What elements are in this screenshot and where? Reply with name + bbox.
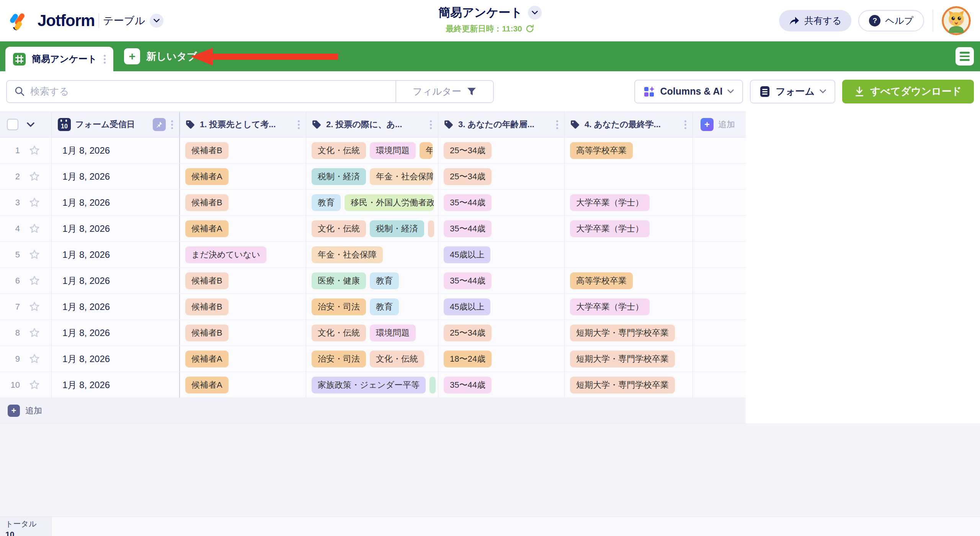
- cell-topics[interactable]: 文化・伝統環境問題: [306, 320, 438, 346]
- cell-submission-date[interactable]: 1月 8, 2026: [52, 216, 180, 241]
- cell-age[interactable]: 25〜34歳: [438, 164, 565, 189]
- cell-submission-date[interactable]: 1月 8, 2026: [52, 372, 180, 398]
- cell-education[interactable]: 大学卒業（学士）: [565, 294, 693, 320]
- column-header-submission-date[interactable]: 10 フォーム受信日: [52, 112, 180, 137]
- cell-age[interactable]: 25〜34歳: [438, 320, 565, 346]
- product-switcher[interactable]: テーブル: [103, 14, 163, 28]
- column-header-q3[interactable]: 3. あなたの年齢層...: [438, 112, 565, 137]
- cell-candidate[interactable]: 候補者A: [180, 164, 306, 189]
- tab-active-sheet[interactable]: 簡易アンケート: [5, 47, 113, 71]
- cell-empty[interactable]: [693, 216, 746, 241]
- column-header-q2[interactable]: 2. 投票の際に、あ...: [306, 112, 438, 137]
- cell-age[interactable]: 35〜44歳: [438, 372, 565, 398]
- add-column-button[interactable]: + 追加: [693, 112, 746, 137]
- cell-topics[interactable]: 治安・司法文化・伝統: [306, 346, 438, 372]
- column-kebab[interactable]: [555, 119, 559, 131]
- cell-submission-date[interactable]: 1月 8, 2026: [52, 320, 180, 346]
- cell-candidate[interactable]: 候補者B: [180, 190, 306, 215]
- cell-age[interactable]: 45歳以上: [438, 294, 565, 320]
- cell-empty[interactable]: [693, 242, 746, 267]
- filter-button[interactable]: フィルター: [395, 81, 493, 102]
- cell-submission-date[interactable]: 1月 8, 2026: [52, 242, 180, 267]
- cell-candidate[interactable]: 候補者B: [180, 294, 306, 320]
- cell-empty[interactable]: [693, 294, 746, 320]
- star-icon[interactable]: [28, 379, 41, 391]
- header-chevron-down-icon[interactable]: [27, 122, 34, 127]
- star-icon[interactable]: [28, 170, 41, 183]
- cell-candidate[interactable]: 候補者B: [180, 320, 306, 346]
- column-kebab[interactable]: [297, 119, 301, 131]
- cell-topics[interactable]: 家族政策・ジェンダー平等: [306, 372, 438, 398]
- cell-education[interactable]: 短期大学・専門学校卒業: [565, 346, 693, 372]
- cell-age[interactable]: 35〜44歳: [438, 190, 565, 215]
- cell-age[interactable]: 18〜24歳: [438, 346, 565, 372]
- jotform-logo-icon[interactable]: [9, 10, 30, 31]
- cell-education[interactable]: 大学卒業（学士）: [565, 190, 693, 215]
- star-icon[interactable]: [28, 197, 41, 209]
- cell-education[interactable]: 短期大学・専門学校卒業: [565, 320, 693, 346]
- cell-age[interactable]: 45歳以上: [438, 242, 565, 267]
- cell-candidate[interactable]: 候補者B: [180, 138, 306, 163]
- cell-education[interactable]: 短期大学・専門学校卒業: [565, 372, 693, 398]
- tab-options-kebab[interactable]: [103, 53, 106, 65]
- cell-education[interactable]: [565, 242, 693, 267]
- cell-submission-date[interactable]: 1月 8, 2026: [52, 138, 180, 163]
- new-tab-button[interactable]: + 新しいタブ: [124, 48, 197, 64]
- cell-submission-date[interactable]: 1月 8, 2026: [52, 190, 180, 215]
- cell-empty[interactable]: [693, 320, 746, 346]
- refresh-icon[interactable]: [525, 24, 534, 33]
- cell-empty[interactable]: [693, 346, 746, 372]
- cell-candidate[interactable]: 候補者A: [180, 372, 306, 398]
- search-input[interactable]: [30, 86, 388, 97]
- chevron-down-icon[interactable]: [150, 14, 163, 28]
- forms-button[interactable]: フォーム: [750, 80, 835, 103]
- star-icon[interactable]: [28, 275, 41, 287]
- cell-submission-date[interactable]: 1月 8, 2026: [52, 164, 180, 189]
- column-header-q1[interactable]: 1. 投票先として考...: [180, 112, 306, 137]
- cell-topics[interactable]: 税制・経済年金・社会保障: [306, 164, 438, 189]
- add-row-button[interactable]: + 追加: [0, 398, 746, 423]
- cell-topics[interactable]: 教育移民・外国人労働者政策: [306, 190, 438, 215]
- columns-ai-button[interactable]: Columns & AI: [634, 80, 743, 103]
- column-kebab[interactable]: [684, 119, 687, 131]
- cell-submission-date[interactable]: 1月 8, 2026: [52, 346, 180, 372]
- star-icon[interactable]: [28, 301, 41, 313]
- cell-topics[interactable]: 文化・伝統税制・経済: [306, 216, 438, 241]
- column-kebab[interactable]: [429, 119, 433, 131]
- cell-topics[interactable]: 医療・健康教育: [306, 268, 438, 293]
- avatar[interactable]: [942, 6, 971, 35]
- pin-icon[interactable]: [153, 118, 166, 131]
- cell-topics[interactable]: 文化・伝統環境問題年金・社会保障: [306, 138, 438, 163]
- cell-education[interactable]: 大学卒業（学士）: [565, 216, 693, 241]
- cell-candidate[interactable]: まだ決めていない: [180, 242, 306, 267]
- cell-education[interactable]: 高等学校卒業: [565, 138, 693, 163]
- cell-age[interactable]: 35〜44歳: [438, 268, 565, 293]
- cell-empty[interactable]: [693, 164, 746, 189]
- cell-age[interactable]: 25〜34歳: [438, 138, 565, 163]
- star-icon[interactable]: [28, 353, 41, 365]
- star-icon[interactable]: [28, 144, 41, 157]
- cell-candidate[interactable]: 候補者A: [180, 346, 306, 372]
- select-all-checkbox[interactable]: [7, 119, 18, 130]
- cell-submission-date[interactable]: 1月 8, 2026: [52, 268, 180, 293]
- cell-candidate[interactable]: 候補者A: [180, 216, 306, 241]
- star-icon[interactable]: [28, 327, 41, 339]
- cell-age[interactable]: 35〜44歳: [438, 216, 565, 241]
- star-icon[interactable]: [28, 223, 41, 235]
- cell-candidate[interactable]: 候補者B: [180, 268, 306, 293]
- title-chevron-down-icon[interactable]: [528, 6, 542, 20]
- share-button[interactable]: 共有する: [779, 10, 851, 31]
- cell-submission-date[interactable]: 1月 8, 2026: [52, 294, 180, 320]
- cell-empty[interactable]: [693, 138, 746, 163]
- cell-empty[interactable]: [693, 372, 746, 398]
- star-icon[interactable]: [28, 249, 41, 261]
- cell-education[interactable]: [565, 164, 693, 189]
- cell-empty[interactable]: [693, 190, 746, 215]
- column-header-q4[interactable]: 4. あなたの最終学...: [565, 112, 693, 137]
- cell-empty[interactable]: [693, 268, 746, 293]
- column-kebab[interactable]: [170, 119, 174, 131]
- help-button[interactable]: ? ヘルプ: [858, 10, 924, 31]
- cell-topics[interactable]: 治安・司法教育: [306, 294, 438, 320]
- cell-topics[interactable]: 年金・社会保障: [306, 242, 438, 267]
- download-all-button[interactable]: すべてダウンロード: [842, 80, 974, 103]
